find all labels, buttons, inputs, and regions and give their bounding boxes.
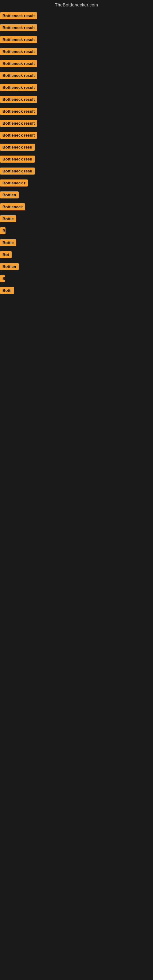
result-item-3: Bottleneck result	[0, 36, 153, 48]
result-item-9: Bottleneck result	[0, 108, 153, 120]
result-item-5: Bottleneck result	[0, 60, 153, 72]
bottleneck-badge-2[interactable]: Bottleneck result	[0, 24, 37, 31]
bottleneck-badge-24[interactable]: Bottl	[0, 287, 14, 294]
result-item-14: Bottleneck resu	[0, 167, 153, 180]
result-item-11: Bottleneck result	[0, 132, 153, 144]
result-item-6: Bottleneck result	[0, 72, 153, 84]
bottleneck-badge-1[interactable]: Bottleneck result	[0, 12, 37, 19]
result-item-1: Bottleneck result	[0, 9, 153, 24]
bottleneck-badge-6[interactable]: Bottleneck result	[0, 72, 37, 79]
bottleneck-badge-22[interactable]: Bottlen	[0, 263, 19, 270]
result-item-21: Bot	[0, 251, 153, 263]
result-item-13: Bottleneck resu	[0, 156, 153, 167]
result-item-17: Bottleneck	[0, 204, 153, 215]
bottleneck-badge-16[interactable]: Bottlen	[0, 191, 19, 199]
bottleneck-badge-17[interactable]: Bottleneck	[0, 204, 25, 210]
result-item-23: B	[0, 275, 153, 287]
bottleneck-badge-4[interactable]: Bottleneck result	[0, 48, 37, 55]
bottleneck-badge-7[interactable]: Bottleneck result	[0, 84, 37, 91]
result-item-19: B	[0, 227, 153, 239]
bottleneck-badge-14[interactable]: Bottleneck resu	[0, 167, 35, 175]
result-item-2: Bottleneck result	[0, 24, 153, 36]
bottleneck-badge-23[interactable]: B	[0, 275, 5, 282]
results-container: Bottleneck resultBottleneck resultBottle…	[0, 9, 153, 299]
bottleneck-badge-3[interactable]: Bottleneck result	[0, 36, 37, 43]
result-item-8: Bottleneck result	[0, 96, 153, 108]
result-item-20: Bottle	[0, 239, 153, 251]
result-item-12: Bottleneck resu	[0, 144, 153, 156]
bottleneck-badge-11[interactable]: Bottleneck result	[0, 132, 37, 139]
bottleneck-badge-13[interactable]: Bottleneck resu	[0, 156, 35, 162]
bottleneck-badge-10[interactable]: Bottleneck result	[0, 120, 37, 127]
bottleneck-badge-18[interactable]: Bottle	[0, 215, 16, 222]
bottleneck-badge-12[interactable]: Bottleneck resu	[0, 144, 35, 151]
bottleneck-badge-5[interactable]: Bottleneck result	[0, 60, 37, 67]
bottleneck-badge-8[interactable]: Bottleneck result	[0, 96, 37, 103]
result-item-15: Bottleneck r	[0, 180, 153, 191]
result-item-7: Bottleneck result	[0, 84, 153, 96]
result-item-10: Bottleneck result	[0, 120, 153, 132]
result-item-24: Bottl	[0, 287, 153, 299]
bottleneck-badge-15[interactable]: Bottleneck r	[0, 180, 28, 186]
bottleneck-badge-9[interactable]: Bottleneck result	[0, 108, 37, 115]
bottleneck-badge-20[interactable]: Bottle	[0, 239, 16, 246]
result-item-22: Bottlen	[0, 263, 153, 275]
site-title: TheBottlenecker.com	[0, 0, 153, 9]
result-item-4: Bottleneck result	[0, 48, 153, 60]
bottleneck-badge-21[interactable]: Bot	[0, 251, 12, 258]
bottleneck-badge-19[interactable]: B	[0, 227, 5, 234]
result-item-18: Bottle	[0, 215, 153, 227]
result-item-16: Bottlen	[0, 191, 153, 204]
